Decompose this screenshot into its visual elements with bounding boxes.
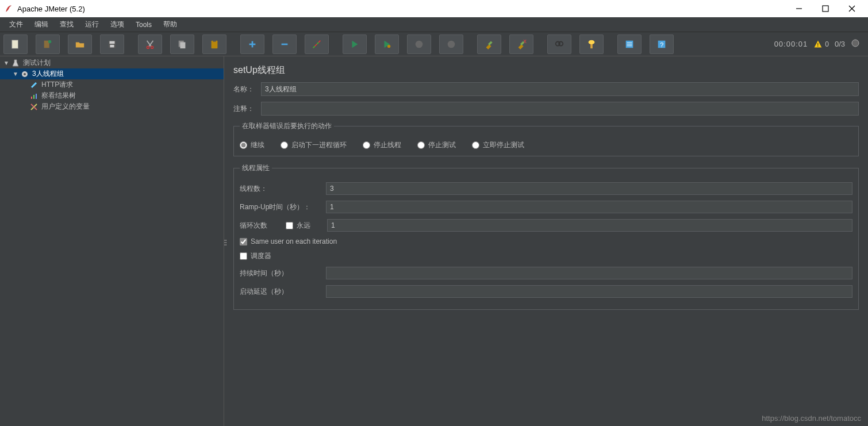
collapse-icon[interactable]: ▼	[3, 60, 9, 66]
error-action-group: 在取样器错误后要执行的动作 继续 启动下一进程循环 停止线程 停止测试 立即停止…	[233, 121, 859, 156]
help-button[interactable]: ?	[650, 34, 674, 54]
tree-root-test-plan[interactable]: ▼ 测试计划	[0, 57, 224, 68]
flask-icon	[11, 59, 20, 67]
window-title: Apache JMeter (5.2)	[17, 5, 85, 13]
clear-all-button[interactable]: x	[509, 34, 533, 54]
radio-stop-thread[interactable]: 停止线程	[363, 140, 401, 150]
function-helper-button[interactable]	[617, 34, 642, 54]
comment-input[interactable]	[261, 102, 859, 116]
clear-button[interactable]	[477, 34, 501, 54]
copy-button[interactable]	[170, 34, 194, 54]
thread-properties-legend: 线程属性	[240, 163, 272, 173]
status-icon	[851, 39, 860, 49]
menu-bar: 文件 编辑 查找 运行 选项 Tools 帮助	[0, 17, 868, 32]
error-action-legend: 在取样器错误后要执行的动作	[240, 121, 334, 131]
toggle-button[interactable]	[305, 34, 329, 54]
close-button[interactable]	[844, 2, 860, 15]
toolbar: x ? 00:00:01 ! 0 0/3	[0, 32, 868, 56]
pipette-icon	[30, 81, 38, 89]
svg-text:?: ?	[660, 41, 663, 48]
svg-rect-48	[33, 95, 34, 99]
radio-stop-test[interactable]: 停止测试	[417, 140, 456, 150]
menu-tools[interactable]: Tools	[130, 20, 158, 30]
svg-rect-8	[110, 41, 115, 44]
menu-edit[interactable]: 编辑	[29, 18, 54, 30]
scheduler-checkbox[interactable]: 调度器	[240, 251, 271, 261]
rampup-label: Ramp-Up时间（秒）：	[240, 202, 320, 212]
svg-text:x: x	[524, 39, 527, 44]
tree-view-results-tree[interactable]: 察看结果树	[0, 90, 224, 101]
tree-thread-group-label: 3人线程组	[31, 69, 64, 79]
svg-point-25	[387, 44, 390, 47]
collapse-button[interactable]	[272, 34, 297, 54]
thread-count-fraction: 0/3	[835, 40, 845, 48]
loop-input[interactable]	[327, 219, 852, 232]
start-no-pause-button[interactable]	[375, 34, 399, 54]
warning-indicator[interactable]: ! 0	[813, 40, 829, 49]
tree-item-label: 察看结果树	[40, 91, 76, 101]
tree-pane[interactable]: ▼ 测试计划 ▼ 3人线程组 HTTP请求 察看结果树	[0, 56, 224, 426]
svg-point-13	[151, 46, 153, 48]
menu-options[interactable]: 选项	[105, 18, 130, 30]
svg-point-43	[852, 40, 859, 47]
warning-count: 0	[825, 40, 829, 48]
delay-label: 启动延迟（秒）	[240, 287, 320, 297]
svg-point-6	[48, 40, 51, 43]
chart-icon	[30, 92, 38, 100]
svg-rect-15	[180, 42, 185, 48]
menu-run[interactable]: 运行	[79, 18, 105, 30]
rampup-input[interactable]	[326, 201, 852, 213]
minimize-button[interactable]	[791, 2, 807, 15]
collapse-icon[interactable]: ▼	[13, 71, 18, 77]
templates-button[interactable]	[36, 34, 60, 54]
save-button[interactable]	[100, 34, 124, 54]
duration-input[interactable]	[326, 267, 852, 279]
tree-user-defined-variables[interactable]: 用户定义的变量	[0, 101, 224, 112]
radio-start-next-loop[interactable]: 启动下一进程循环	[281, 140, 347, 150]
name-label: 名称：	[233, 85, 256, 94]
elapsed-timer: 00:00:01	[774, 40, 808, 48]
tree-root-label: 测试计划	[22, 58, 51, 68]
reset-search-button[interactable]	[579, 34, 604, 54]
menu-file[interactable]: 文件	[3, 18, 29, 30]
stop-button[interactable]	[407, 34, 431, 54]
watermark: https://blog.csdn.net/tomatocc	[762, 414, 861, 423]
new-button[interactable]	[3, 34, 28, 54]
svg-rect-4	[12, 40, 18, 48]
svg-rect-17	[213, 40, 216, 41]
shutdown-button[interactable]	[439, 34, 463, 54]
window-controls	[791, 2, 863, 15]
thread-properties-group: 线程属性 线程数： Ramp-Up时间（秒）： 循环次数 永远 Same use…	[233, 163, 859, 310]
svg-text:!: !	[817, 41, 819, 48]
panel-title: setUp线程组	[233, 61, 859, 82]
loop-label: 循环次数	[240, 221, 280, 231]
same-user-checkbox[interactable]: Same user on each iteration	[240, 237, 337, 245]
search-button[interactable]	[547, 34, 571, 54]
svg-point-12	[147, 46, 149, 48]
gear-icon	[21, 70, 29, 78]
menu-search[interactable]: 查找	[54, 18, 79, 30]
threads-input[interactable]	[326, 182, 852, 195]
menu-help[interactable]: 帮助	[158, 18, 183, 30]
start-button[interactable]	[343, 34, 367, 54]
svg-point-27	[448, 40, 455, 48]
threads-label: 线程数：	[240, 184, 320, 194]
svg-rect-1	[823, 6, 828, 11]
cut-button[interactable]	[138, 34, 162, 54]
tree-http-request[interactable]: HTTP请求	[0, 79, 224, 90]
delay-input[interactable]	[326, 285, 852, 298]
name-input[interactable]	[261, 82, 859, 96]
radio-stop-test-now[interactable]: 立即停止测试	[472, 140, 524, 150]
forever-checkbox[interactable]: 永远	[286, 221, 310, 231]
splitter-handle[interactable]	[224, 234, 226, 251]
open-button[interactable]	[68, 34, 92, 54]
duration-label: 持续时间（秒）	[240, 268, 320, 278]
paste-button[interactable]	[202, 34, 226, 54]
tree-item-label: HTTP请求	[40, 80, 73, 90]
svg-rect-47	[31, 97, 32, 99]
expand-button[interactable]	[240, 34, 264, 54]
radio-continue[interactable]: 继续	[240, 140, 264, 150]
svg-point-26	[416, 40, 423, 48]
tree-thread-group[interactable]: ▼ 3人线程组	[0, 68, 224, 79]
maximize-button[interactable]	[817, 2, 834, 15]
